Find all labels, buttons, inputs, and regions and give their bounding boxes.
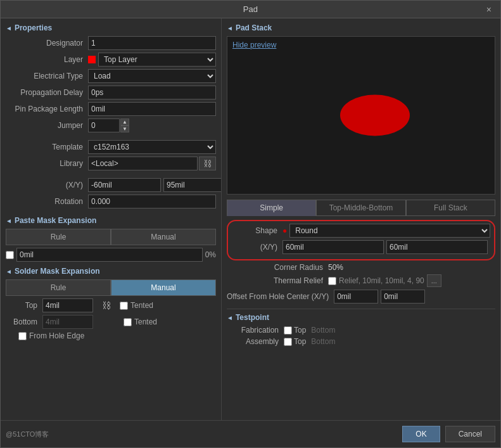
fabrication-label: Fabrication: [227, 326, 284, 335]
offset-y-input[interactable]: [381, 290, 425, 304]
stack-tabs: Simple Top-Middle-Bottom Full Stack: [227, 200, 495, 216]
dialog-footer: @51CTO博客 OK Cancel: [1, 420, 500, 447]
electrical-type-label: Electrical Type: [6, 72, 88, 80]
jumper-down-button[interactable]: ▼: [120, 125, 129, 132]
solder-manual-button[interactable]: Manual: [111, 279, 216, 296]
link-icon[interactable]: ⛓: [102, 300, 111, 310]
shape-label: Shape: [232, 226, 282, 235]
rotation-input[interactable]: [88, 195, 216, 208]
y-right-input[interactable]: [386, 240, 488, 254]
x-input[interactable]: [88, 178, 161, 192]
paste-mask-btn-group: Rule Manual: [6, 229, 216, 245]
pin-package-row: Pin Package Length: [6, 102, 216, 116]
tented-top-checkbox[interactable]: [120, 302, 128, 310]
template-select[interactable]: c152m163: [88, 140, 216, 154]
assembly-top-label: Top: [294, 337, 306, 346]
tented-bottom-label: Tented: [134, 317, 157, 326]
solder-mask-header: Solder Mask Expansion: [6, 267, 216, 276]
xy-label: (X/Y): [6, 181, 88, 189]
paste-mask-section: Paste Mask Expansion Rule Manual 0%: [6, 216, 216, 262]
tented-bottom-container: Tented: [124, 317, 157, 326]
fabrication-top-checkbox[interactable]: [284, 326, 292, 335]
paste-percent: 0%: [205, 250, 216, 259]
shape-row: Shape ● Round Rectangle Oval: [232, 224, 490, 238]
library-link-button[interactable]: ⛓: [199, 157, 216, 170]
thermal-value: Relief, 10mil, 10mil, 4, 90: [339, 276, 424, 285]
paste-value-input[interactable]: [16, 248, 203, 262]
testpoint-header: Testpoint: [227, 313, 495, 322]
from-hole-checkbox[interactable]: [18, 332, 27, 340]
xy-inputs-row: (X/Y): [232, 240, 490, 254]
jumper-spinner-buttons: ▲ ▼: [120, 118, 129, 132]
cancel-button[interactable]: Cancel: [445, 426, 495, 442]
pad-stack-header: Pad Stack: [227, 23, 495, 32]
pad-ellipse: [340, 95, 410, 136]
tab-simple[interactable]: Simple: [227, 200, 316, 216]
properties-header: Properties: [6, 23, 216, 32]
paste-checkbox[interactable]: [6, 251, 14, 259]
library-row: Library ⛓: [6, 157, 216, 170]
propagation-delay-row: Propagation Delay: [6, 86, 216, 99]
jumper-row: Jumper ▲ ▼: [6, 118, 216, 132]
dialog-body: Properties Designator Layer Top Layer El…: [1, 18, 500, 420]
jumper-label: Jumper: [6, 121, 88, 130]
tented-top-container: Tented: [120, 301, 153, 310]
testpoint-section: Testpoint Fabrication Top Bottom Assembl…: [227, 309, 495, 349]
thermal-checkbox[interactable]: [328, 277, 336, 285]
paste-manual-button[interactable]: Manual: [111, 229, 216, 245]
offset-x-input[interactable]: [334, 290, 378, 304]
bottom-value-input[interactable]: [42, 315, 93, 329]
electrical-type-select[interactable]: Load: [88, 69, 216, 83]
propagation-delay-input[interactable]: [88, 86, 216, 99]
top-label: Top: [6, 301, 37, 310]
y-input[interactable]: [163, 178, 222, 192]
solder-bottom-row: Bottom Tented: [6, 315, 216, 329]
thermal-relief-row: Thermal Relief Relief, 10mil, 10mil, 4, …: [227, 274, 495, 287]
assembly-top-checkbox[interactable]: [284, 338, 292, 346]
designator-row: Designator: [6, 36, 216, 50]
corner-radius-row: Corner Radius 50%: [227, 263, 495, 272]
electrical-type-row: Electrical Type Load: [6, 69, 216, 83]
solder-rule-button[interactable]: Rule: [6, 279, 111, 296]
ok-button[interactable]: OK: [402, 426, 440, 442]
hide-preview-link[interactable]: Hide preview: [232, 41, 276, 49]
offset-label: Offset From Hole Center (X/Y): [227, 292, 334, 301]
tented-bottom-checkbox[interactable]: [124, 318, 132, 326]
dialog-title: Pad: [18, 4, 483, 14]
close-button[interactable]: ×: [483, 3, 495, 16]
propagation-delay-label: Propagation Delay: [6, 88, 88, 97]
watermark: @51CTO博客: [6, 430, 49, 439]
rotation-row: Rotation: [6, 195, 216, 208]
shape-select[interactable]: Round Rectangle Oval: [289, 224, 490, 238]
paste-rule-button[interactable]: Rule: [6, 229, 111, 245]
fabrication-row: Fabrication Top Bottom: [227, 326, 495, 335]
xy-right-label: (X/Y): [232, 243, 282, 252]
tab-top-middle-bottom[interactable]: Top-Middle-Bottom: [316, 200, 405, 216]
paste-slider-row: 0%: [6, 248, 216, 262]
corner-radius-value: 50%: [328, 263, 343, 272]
jumper-input[interactable]: [88, 118, 120, 132]
from-hole-row: From Hole Edge: [6, 331, 216, 340]
layer-label: Layer: [6, 55, 88, 64]
pad-dialog: Pad × Properties Designator Layer Top La…: [0, 0, 501, 448]
x-right-input[interactable]: [282, 240, 384, 254]
jumper-up-button[interactable]: ▲: [120, 118, 129, 125]
library-label: Library: [6, 159, 88, 168]
library-input[interactable]: [88, 157, 198, 170]
shape-highlight-container: Shape ● Round Rectangle Oval (X/Y): [227, 220, 495, 260]
thermal-relief-label: Thermal Relief: [227, 276, 328, 285]
right-panel: Pad Stack Hide preview Simple Top-Middle…: [222, 18, 500, 420]
fabrication-bottom-label: Bottom: [311, 326, 335, 335]
title-bar: Pad ×: [1, 1, 500, 18]
thermal-more-button[interactable]: ...: [427, 274, 441, 287]
tab-full-stack[interactable]: Full Stack: [406, 200, 495, 216]
pin-package-input[interactable]: [88, 102, 216, 116]
offset-row: Offset From Hole Center (X/Y): [227, 290, 495, 304]
layer-select[interactable]: Top Layer: [98, 53, 216, 67]
pin-package-label: Pin Package Length: [6, 105, 88, 113]
solder-mask-section: Solder Mask Expansion Rule Manual Top ⛓ …: [6, 267, 216, 340]
designator-input[interactable]: [88, 36, 216, 50]
xy-row: (X/Y) 🔒: [6, 178, 216, 192]
designator-label: Designator: [6, 39, 88, 48]
top-value-input[interactable]: [42, 298, 93, 312]
